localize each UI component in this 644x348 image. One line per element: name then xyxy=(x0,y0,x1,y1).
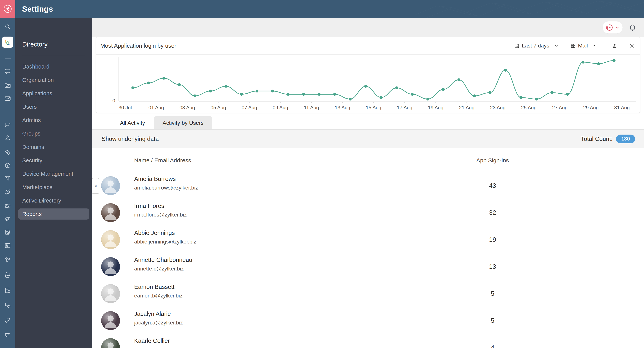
back-arrow-icon xyxy=(3,4,12,14)
table-row[interactable]: Jacalyn Alariejacalyn.a@zylker.biz5 xyxy=(92,308,644,335)
sidebar-item-label: Users xyxy=(22,104,37,110)
rail-network-button[interactable] xyxy=(0,254,15,266)
sidebar-divider xyxy=(22,56,85,56)
calendar-icon xyxy=(514,43,520,48)
rail-analytics-button[interactable] xyxy=(0,119,15,131)
people-icon xyxy=(4,134,11,141)
sidebar-item-users[interactable]: Users xyxy=(15,100,92,114)
rail-link-button[interactable] xyxy=(0,315,15,326)
rail-feedback-button[interactable] xyxy=(0,330,15,341)
rail-document-badge-button[interactable] xyxy=(0,285,15,296)
sidebar-item-applications[interactable]: Applications xyxy=(15,87,92,100)
rail-search-button[interactable] xyxy=(0,21,15,32)
sidebar-item-marketplace[interactable]: Marketplace xyxy=(15,180,92,194)
user-email: eamon.b@zylker.biz xyxy=(134,293,183,299)
widget-controls: Last 7 days Mail xyxy=(514,37,634,54)
sidebar-item-label: Device Management xyxy=(22,171,73,177)
table-row[interactable]: Irma Floresirma.flores@zylker.biz32 xyxy=(92,200,644,227)
export-button[interactable] xyxy=(612,43,617,48)
export-icon xyxy=(612,43,617,48)
table-header: Name / Email Address App Sign-ins xyxy=(92,148,644,173)
notifications-button[interactable] xyxy=(628,23,637,32)
sidebar-item-label: Admins xyxy=(22,117,41,124)
rail-mail-button[interactable] xyxy=(0,93,15,104)
sidebar-collapse-handle[interactable]: ◂ xyxy=(92,178,99,194)
close-widget-button[interactable] xyxy=(629,43,634,48)
scheduler-icon xyxy=(4,188,11,195)
total-count-label: Total Count: xyxy=(581,136,612,142)
svg-text:29 Aug: 29 Aug xyxy=(583,105,599,110)
sidebar-item-organization[interactable]: Organization xyxy=(15,73,92,87)
rail-shapes-button[interactable] xyxy=(0,300,15,311)
back-button[interactable] xyxy=(0,0,15,18)
user-name: Eamon Bassett xyxy=(134,284,174,290)
org-switcher-chevron-icon xyxy=(615,25,620,30)
tab-all-activity-label: All Activity xyxy=(120,120,145,126)
rail-people-button[interactable] xyxy=(0,132,15,144)
document-badge-icon xyxy=(4,287,11,294)
sidebar-item-admins[interactable]: Admins xyxy=(15,114,92,127)
top-header: Settings xyxy=(0,0,644,18)
table-row[interactable]: Amelia Burrowsamelia.burrows@zylker.biz4… xyxy=(92,173,644,200)
page-title: Settings xyxy=(22,0,53,18)
sidebar-item-label: Domains xyxy=(22,144,44,150)
svg-text:21 Aug: 21 Aug xyxy=(459,105,474,110)
table-row[interactable]: Eamon Bassetteamon.b@zylker.biz5 xyxy=(92,281,644,308)
rail-campaign-button[interactable] xyxy=(0,213,15,224)
table-row[interactable]: Abbie Jenningsabbie.jennings@zylker.biz1… xyxy=(92,227,644,254)
table-row[interactable]: Kaarle Cellierkaarle.c@zylker.biz4 xyxy=(92,335,644,348)
total-count-badge: 130 xyxy=(616,135,635,143)
rail-contacts-button[interactable] xyxy=(0,240,15,251)
link-icon xyxy=(4,317,11,324)
svg-text:27 Aug: 27 Aug xyxy=(552,105,568,110)
rail-filter-button[interactable] xyxy=(0,173,15,184)
svg-text:30 Jul: 30 Jul xyxy=(118,105,132,110)
svg-text:07 Aug: 07 Aug xyxy=(242,105,257,110)
rail-reports-folder-button[interactable] xyxy=(0,80,15,91)
rail-layers-button[interactable] xyxy=(0,270,15,281)
sidebar-item-active-directory[interactable]: Active Directory xyxy=(15,194,92,207)
contacts-icon xyxy=(4,242,11,249)
rail-scheduler-button[interactable] xyxy=(0,186,15,197)
table-row[interactable]: Annette Charbonneauannette.c@zylker.biz1… xyxy=(92,254,644,281)
rail-package-button[interactable] xyxy=(0,160,15,171)
rail-divider xyxy=(4,58,11,59)
svg-text:09 Aug: 09 Aug xyxy=(273,105,288,110)
app-grid-icon xyxy=(570,43,576,48)
rail-compose-button[interactable] xyxy=(0,226,15,238)
sidebar-item-domains[interactable]: Domains xyxy=(15,140,92,154)
network-icon xyxy=(4,256,11,263)
compose-icon xyxy=(4,229,11,236)
rail-divider xyxy=(4,112,11,112)
svg-text:15 Aug: 15 Aug xyxy=(366,105,382,110)
app-filter-chevron-icon xyxy=(592,44,596,48)
sidebar-item-label: Organization xyxy=(22,77,54,83)
svg-text:17 Aug: 17 Aug xyxy=(397,105,412,110)
date-range-label: Last 7 days xyxy=(522,43,549,49)
sidebar-item-dashboard[interactable]: Dashboard xyxy=(15,60,92,73)
tab-activity-by-users[interactable]: Activity by Users xyxy=(154,116,212,129)
date-range-selector[interactable]: Last 7 days xyxy=(514,43,558,49)
svg-text:05 Aug: 05 Aug xyxy=(211,105,226,110)
user-email: kaarle.c@zylker.biz xyxy=(134,347,180,348)
app-filter-label: Mail xyxy=(578,43,588,49)
sidebar-item-security[interactable]: Security xyxy=(15,154,92,167)
rail-directory-app-button[interactable] xyxy=(0,36,15,48)
org-switcher[interactable] xyxy=(602,21,622,33)
sidebar-item-label: Applications xyxy=(22,90,52,97)
column-header-name-email: Name / Email Address xyxy=(134,148,191,173)
user-email: jacalyn.a@zylker.biz xyxy=(134,320,183,326)
sidebar-item-device-management[interactable]: Device Management xyxy=(15,167,92,180)
sidebar-item-reports[interactable]: Reports xyxy=(15,207,92,221)
rail-wallet-button[interactable] xyxy=(0,200,15,211)
user-email: irma.flores@zylker.biz xyxy=(134,212,187,218)
rail-assets-button[interactable] xyxy=(0,147,15,158)
tab-all-activity[interactable]: All Activity xyxy=(111,116,154,129)
users-table: Name / Email Address App Sign-ins Amelia… xyxy=(92,148,644,348)
app-filter-selector[interactable]: Mail xyxy=(570,43,596,49)
underlying-data-heading: Show underlying data xyxy=(102,130,159,148)
login-trend-chart: 030 Jul01 Aug03 Aug05 Aug07 Aug09 Aug11 … xyxy=(96,54,640,113)
rail-chat-button[interactable] xyxy=(0,66,15,77)
chat-icon xyxy=(4,68,11,75)
sidebar-item-groups[interactable]: Groups xyxy=(15,127,92,140)
